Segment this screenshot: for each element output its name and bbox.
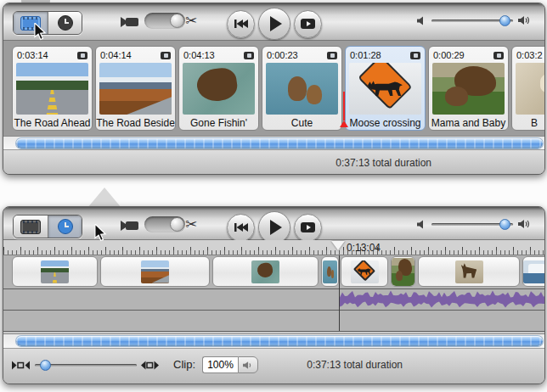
clip-card-header: 0:04:14 — [96, 47, 175, 62]
clip-duration: 0:01:28 — [350, 50, 381, 60]
clip-title: The Road Beside — [96, 117, 175, 129]
clip-card[interactable]: 0:03:14 The Road Ahead — [12, 46, 93, 131]
clip-audio-button[interactable] — [238, 356, 258, 373]
clip-card[interactable]: 0:00:29 Mama and Baby — [428, 46, 509, 131]
playback-controls — [227, 211, 322, 244]
clip-speed-label: Clip: — [173, 349, 195, 381]
timeline-clip[interactable] — [212, 256, 319, 287]
timeline-clip-thumbnail — [523, 260, 545, 283]
clip-thumbnail[interactable] — [183, 63, 255, 115]
clip-viewer-toolbar: ✂ — [3, 3, 544, 41]
background-triangle-decoration — [87, 188, 121, 208]
clip-card[interactable]: 0:03:2 B — [511, 46, 545, 131]
playhead-triangle[interactable] — [331, 241, 345, 250]
clip-viewer-scrollbar[interactable] — [16, 138, 543, 148]
clip-duration: 0:04:13 — [183, 50, 215, 60]
fullscreen-play-icon — [301, 222, 315, 232]
fullscreen-play-button[interactable] — [294, 214, 322, 242]
clip-title: Gone Fishin' — [179, 117, 258, 129]
volume-slider[interactable] — [431, 223, 513, 226]
timeline-clip-thumbnail — [41, 260, 69, 283]
total-duration-label: 0:37:13 total duration — [336, 150, 431, 175]
clip-card-header: 0:03:14 — [13, 47, 92, 62]
timeline-zoom-slider[interactable] — [35, 364, 137, 367]
clip-title: Mama and Baby — [429, 117, 508, 129]
timeline-clip-thumbnail — [455, 260, 483, 283]
clip-title: B — [512, 117, 545, 129]
screenshot-stage: ✂ — [0, 0, 547, 392]
timeline-audio-track-1[interactable] — [3, 288, 544, 310]
clip-duration: 0:04:14 — [100, 50, 132, 60]
toggle-knob[interactable] — [170, 217, 184, 232]
clip-thumbnail[interactable] — [266, 63, 338, 115]
film-strip-icon — [20, 220, 41, 234]
clip-type-badge-icon — [327, 52, 337, 59]
clip-duration: 0:03:14 — [17, 50, 48, 60]
clip-card-list: 0:03:14 The Road Ahead 0:04:14 The R — [3, 41, 544, 131]
scissors-edit-icon: ✂ — [185, 216, 197, 233]
timeline-view-button[interactable] — [48, 216, 82, 238]
clip-card[interactable]: 0:00:23 Cute — [262, 46, 342, 131]
clip-thumbnail[interactable] — [16, 63, 88, 115]
zoom-out-clips-icon[interactable] — [12, 360, 30, 371]
clip-card-header: 0:00:29 — [429, 47, 508, 62]
clip-card[interactable]: 0:04:13 Gone Fishin' — [178, 46, 259, 131]
fullscreen-play-button[interactable] — [294, 10, 322, 38]
clip-view-button[interactable] — [14, 216, 48, 238]
camera-edit-mode-toggle[interactable] — [144, 216, 185, 232]
clip-playhead-marker — [343, 92, 345, 120]
timeline-zoom-knob[interactable] — [40, 360, 51, 371]
volume-low-icon — [417, 16, 426, 25]
volume-low-icon — [417, 220, 426, 229]
timeline-video-track — [3, 255, 544, 288]
timeline-controlbar: Clip: 0:37:13 total duration — [3, 348, 544, 384]
timeline-clip[interactable] — [522, 256, 545, 287]
timeline-clip[interactable] — [100, 256, 210, 287]
clip-thumbnail[interactable] — [516, 63, 545, 115]
timeline-clip[interactable] — [321, 256, 339, 287]
clip-duration: 0:03:2 — [516, 50, 543, 60]
clip-viewer-scrollbar-track — [3, 136, 544, 149]
volume-control — [417, 15, 531, 25]
clip-thumbnail[interactable] — [432, 63, 505, 115]
playhead-time-label: 0:13:04 — [347, 242, 381, 254]
timeline-clip[interactable] — [341, 256, 388, 287]
timeline-clip-thumbnail — [392, 258, 414, 286]
rewind-icon — [234, 20, 248, 28]
volume-slider-knob[interactable] — [499, 15, 510, 26]
timeline-scrollbar-track — [3, 333, 544, 348]
rewind-to-start-button[interactable] — [227, 214, 255, 242]
volume-high-icon — [518, 219, 531, 229]
volume-control — [417, 219, 531, 229]
clip-card-header: 0:00:23 — [262, 47, 341, 62]
clip-thumbnail[interactable] — [349, 63, 421, 115]
clip-card[interactable]: 0:04:14 The Road Beside — [95, 46, 176, 131]
clip-speed-input[interactable] — [202, 356, 238, 373]
clip-title: Cute — [262, 117, 341, 129]
camera-edit-mode-toggle[interactable] — [144, 13, 185, 29]
timeline-clip[interactable] — [391, 256, 415, 287]
rewind-to-start-button[interactable] — [227, 10, 255, 38]
timeline-audio-track-2[interactable] — [3, 310, 544, 331]
clip-card[interactable]: 0:01:28 Moose crossing — [345, 46, 426, 131]
mouse-cursor — [33, 23, 47, 42]
clip-speaker-icon — [243, 361, 254, 370]
timeline-view-button[interactable] — [48, 12, 82, 34]
play-button[interactable] — [258, 8, 290, 40]
clip-duration: 0:00:29 — [433, 50, 465, 60]
timeline-scrollbar[interactable] — [16, 336, 543, 346]
clip-viewer-statusbar: 0:37:13 total duration — [3, 149, 544, 175]
play-button[interactable] — [258, 211, 290, 244]
audio-waveform — [3, 289, 545, 311]
volume-slider[interactable] — [431, 20, 513, 22]
timeline-ruler[interactable]: 0:13:04 — [3, 240, 544, 255]
zoom-in-clips-icon[interactable] — [141, 360, 159, 371]
toggle-knob[interactable] — [170, 14, 184, 28]
timeline-clip[interactable] — [418, 256, 520, 287]
volume-slider-knob[interactable] — [499, 219, 510, 230]
clock-icon — [58, 15, 73, 31]
timeline-clip[interactable] — [12, 256, 98, 287]
clip-thumbnail[interactable] — [99, 63, 172, 115]
timeline-clip-thumbnail — [351, 260, 379, 283]
volume-high-icon — [518, 15, 531, 25]
